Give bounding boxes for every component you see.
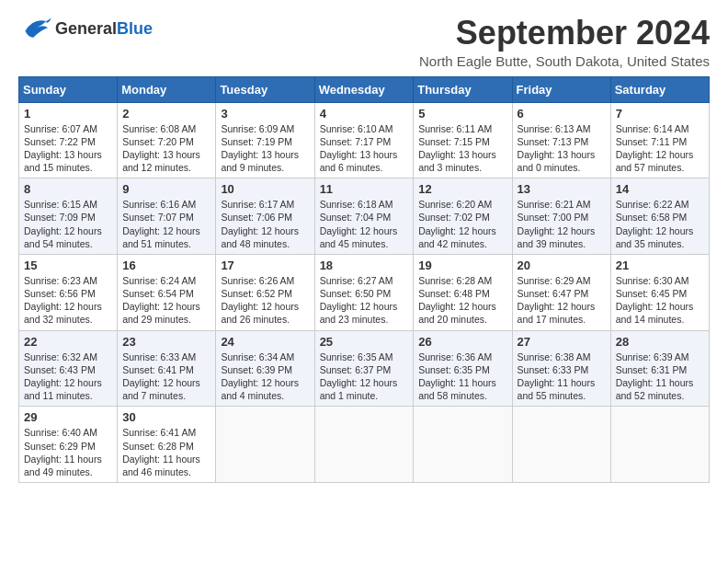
table-row: 26Sunrise: 6:36 AM Sunset: 6:35 PM Dayli… [414,330,512,407]
day-info: Sunrise: 6:13 AM Sunset: 7:13 PM Dayligh… [518,122,606,175]
day-info: Sunrise: 6:20 AM Sunset: 7:02 PM Dayligh… [418,198,506,250]
calendar-week-row: 22Sunrise: 6:32 AM Sunset: 6:43 PM Dayli… [19,330,710,407]
day-info: Sunrise: 6:07 AM Sunset: 7:22 PM Dayligh… [24,122,112,175]
col-sunday: Sunday [19,76,118,102]
table-row: 11Sunrise: 6:18 AM Sunset: 7:04 PM Dayli… [314,178,414,255]
col-wednesday: Wednesday [314,76,414,102]
table-row: 27Sunrise: 6:38 AM Sunset: 6:33 PM Dayli… [512,330,610,407]
calendar-week-row: 8Sunrise: 6:15 AM Sunset: 7:09 PM Daylig… [19,178,710,255]
day-info: Sunrise: 6:28 AM Sunset: 6:48 PM Dayligh… [418,274,506,327]
day-info: Sunrise: 6:29 AM Sunset: 6:47 PM Dayligh… [518,274,606,327]
table-row [610,407,709,483]
day-info: Sunrise: 6:17 AM Sunset: 7:06 PM Dayligh… [221,198,309,250]
day-number: 15 [24,259,112,272]
col-friday: Friday [512,76,610,102]
day-number: 21 [616,259,704,272]
calendar-week-row: 15Sunrise: 6:23 AM Sunset: 6:56 PM Dayli… [19,254,710,330]
col-monday: Monday [118,76,216,102]
table-row: 15Sunrise: 6:23 AM Sunset: 6:56 PM Dayli… [19,254,118,330]
logo-text: GeneralBlue [55,19,153,39]
table-row [414,407,512,483]
day-info: Sunrise: 6:34 AM Sunset: 6:39 PM Dayligh… [221,350,309,403]
table-row: 22Sunrise: 6:32 AM Sunset: 6:43 PM Dayli… [19,330,118,407]
logo: GeneralBlue [18,15,153,42]
day-number: 16 [122,259,210,272]
table-row: 12Sunrise: 6:20 AM Sunset: 7:02 PM Dayli… [414,178,512,255]
day-info: Sunrise: 6:11 AM Sunset: 7:15 PM Dayligh… [418,122,506,175]
day-info: Sunrise: 6:26 AM Sunset: 6:52 PM Dayligh… [221,274,309,327]
table-row: 4Sunrise: 6:10 AM Sunset: 7:17 PM Daylig… [314,102,414,178]
table-row: 23Sunrise: 6:33 AM Sunset: 6:41 PM Dayli… [118,330,216,407]
table-row: 16Sunrise: 6:24 AM Sunset: 6:54 PM Dayli… [118,254,216,330]
day-number: 1 [24,107,112,121]
day-info: Sunrise: 6:23 AM Sunset: 6:56 PM Dayligh… [24,274,112,327]
day-number: 9 [122,182,210,196]
page-header: GeneralBlue September 2024 North Eagle B… [18,15,710,69]
day-number: 12 [418,182,506,196]
col-tuesday: Tuesday [216,76,314,102]
day-info: Sunrise: 6:16 AM Sunset: 7:07 PM Dayligh… [122,198,210,250]
day-info: Sunrise: 6:09 AM Sunset: 7:19 PM Dayligh… [221,122,309,175]
col-saturday: Saturday [610,76,709,102]
day-number: 13 [518,182,606,196]
day-number: 26 [418,335,506,349]
table-row: 7Sunrise: 6:14 AM Sunset: 7:11 PM Daylig… [610,102,709,178]
day-number: 30 [122,410,210,424]
table-row: 20Sunrise: 6:29 AM Sunset: 6:47 PM Dayli… [512,254,610,330]
calendar-table: Sunday Monday Tuesday Wednesday Thursday… [18,76,710,483]
table-row: 24Sunrise: 6:34 AM Sunset: 6:39 PM Dayli… [216,330,314,407]
day-info: Sunrise: 6:15 AM Sunset: 7:09 PM Dayligh… [24,198,112,250]
day-info: Sunrise: 6:30 AM Sunset: 6:45 PM Dayligh… [616,274,704,327]
table-row: 8Sunrise: 6:15 AM Sunset: 7:09 PM Daylig… [19,178,118,255]
day-info: Sunrise: 6:22 AM Sunset: 6:58 PM Dayligh… [616,198,704,250]
day-number: 29 [24,410,112,424]
day-number: 25 [320,335,409,349]
day-info: Sunrise: 6:08 AM Sunset: 7:20 PM Dayligh… [122,122,210,175]
calendar-header-row: Sunday Monday Tuesday Wednesday Thursday… [19,76,710,102]
day-number: 28 [616,335,704,349]
table-row: 21Sunrise: 6:30 AM Sunset: 6:45 PM Dayli… [610,254,709,330]
day-number: 3 [221,107,309,121]
table-row: 5Sunrise: 6:11 AM Sunset: 7:15 PM Daylig… [414,102,512,178]
table-row: 28Sunrise: 6:39 AM Sunset: 6:31 PM Dayli… [610,330,709,407]
day-info: Sunrise: 6:21 AM Sunset: 7:00 PM Dayligh… [518,198,606,250]
table-row [314,407,414,483]
day-info: Sunrise: 6:38 AM Sunset: 6:33 PM Dayligh… [518,350,606,403]
day-number: 7 [616,107,704,121]
day-info: Sunrise: 6:36 AM Sunset: 6:35 PM Dayligh… [418,350,506,403]
table-row: 30Sunrise: 6:41 AM Sunset: 6:28 PM Dayli… [118,407,216,483]
day-info: Sunrise: 6:24 AM Sunset: 6:54 PM Dayligh… [122,274,210,327]
table-row: 18Sunrise: 6:27 AM Sunset: 6:50 PM Dayli… [314,254,414,330]
col-thursday: Thursday [414,76,512,102]
day-number: 11 [320,182,409,196]
day-number: 17 [221,259,309,272]
title-block: September 2024 North Eagle Butte, South … [419,15,710,69]
calendar-week-row: 29Sunrise: 6:40 AM Sunset: 6:29 PM Dayli… [19,407,710,483]
table-row: 17Sunrise: 6:26 AM Sunset: 6:52 PM Dayli… [216,254,314,330]
day-number: 18 [320,259,409,272]
day-number: 4 [320,107,409,121]
day-number: 23 [122,335,210,349]
table-row [512,407,610,483]
day-number: 10 [221,182,309,196]
day-info: Sunrise: 6:10 AM Sunset: 7:17 PM Dayligh… [320,122,409,175]
day-number: 19 [418,259,506,272]
table-row: 13Sunrise: 6:21 AM Sunset: 7:00 PM Dayli… [512,178,610,255]
table-row: 29Sunrise: 6:40 AM Sunset: 6:29 PM Dayli… [19,407,118,483]
table-row: 3Sunrise: 6:09 AM Sunset: 7:19 PM Daylig… [216,102,314,178]
table-row: 1Sunrise: 6:07 AM Sunset: 7:22 PM Daylig… [19,102,118,178]
table-row: 2Sunrise: 6:08 AM Sunset: 7:20 PM Daylig… [118,102,216,178]
day-number: 20 [518,259,606,272]
day-info: Sunrise: 6:14 AM Sunset: 7:11 PM Dayligh… [616,122,704,175]
day-number: 5 [418,107,506,121]
table-row: 9Sunrise: 6:16 AM Sunset: 7:07 PM Daylig… [118,178,216,255]
day-number: 2 [122,107,210,121]
day-number: 8 [24,182,112,196]
day-info: Sunrise: 6:35 AM Sunset: 6:37 PM Dayligh… [320,350,409,403]
day-info: Sunrise: 6:39 AM Sunset: 6:31 PM Dayligh… [616,350,704,403]
day-number: 6 [518,107,606,121]
table-row: 19Sunrise: 6:28 AM Sunset: 6:48 PM Dayli… [414,254,512,330]
day-info: Sunrise: 6:27 AM Sunset: 6:50 PM Dayligh… [320,274,409,327]
logo-icon [18,15,51,42]
table-row: 25Sunrise: 6:35 AM Sunset: 6:37 PM Dayli… [314,330,414,407]
